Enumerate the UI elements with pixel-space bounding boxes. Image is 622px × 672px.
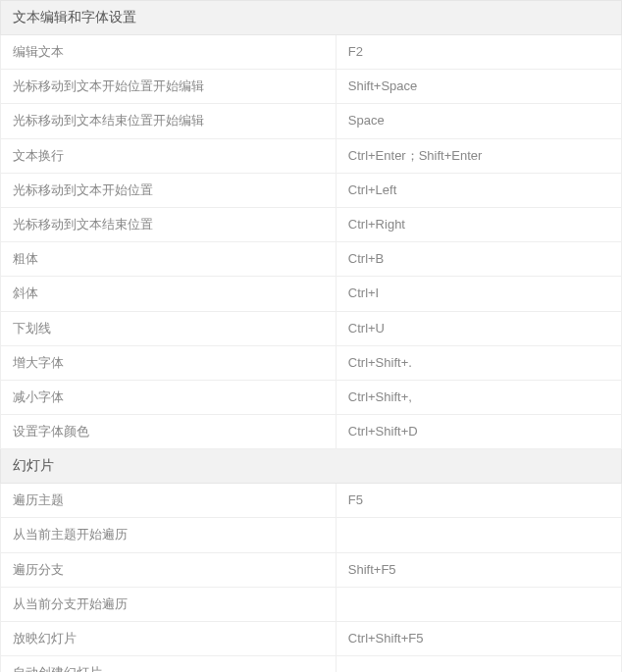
table-row: 从当前主题开始遍历 xyxy=(1,518,622,552)
action-cell: 粗体 xyxy=(1,242,337,277)
section-header: 幻灯片 xyxy=(1,449,622,484)
table-row: 光标移动到文本结束位置Ctrl+Right xyxy=(1,207,622,241)
table-row: 斜体Ctrl+I xyxy=(1,277,622,311)
table-row: 光标移动到文本结束位置开始编辑Space xyxy=(1,104,622,138)
table-row: 放映幻灯片Ctrl+Shift+F5 xyxy=(1,622,622,656)
shortcut-cell: Ctrl+I xyxy=(336,277,621,311)
table-row: 遍历分支Shift+F5 xyxy=(1,552,622,587)
action-cell: 从当前主题开始遍历 xyxy=(1,518,337,552)
shortcut-cell: Shift+Space xyxy=(336,70,621,104)
shortcut-cell: F5 xyxy=(336,484,621,518)
shortcut-cell: Ctrl+Right xyxy=(336,207,621,241)
table-row: 自动创建幻灯片 xyxy=(1,656,622,672)
action-cell: 从当前分支开始遍历 xyxy=(1,587,337,621)
table-row: 减小字体Ctrl+Shift+, xyxy=(1,380,622,414)
action-cell: 减小字体 xyxy=(1,380,337,414)
action-cell: 遍历分支 xyxy=(1,552,337,587)
shortcut-cell: Space xyxy=(336,104,621,138)
action-cell: 设置字体颜色 xyxy=(1,415,337,449)
shortcut-cell: Ctrl+Enter；Shift+Enter xyxy=(336,138,621,173)
shortcuts-table: 文本编辑和字体设置编辑文本F2光标移动到文本开始位置开始编辑Shift+Spac… xyxy=(0,0,622,672)
shortcut-cell: Ctrl+Shift+F5 xyxy=(336,622,621,656)
section-title: 幻灯片 xyxy=(1,449,622,484)
action-cell: 下划线 xyxy=(1,311,337,345)
table-row: 光标移动到文本开始位置开始编辑Shift+Space xyxy=(1,70,622,104)
table-row: 设置字体颜色Ctrl+Shift+D xyxy=(1,415,622,449)
action-cell: 斜体 xyxy=(1,277,337,311)
action-cell: 编辑文本 xyxy=(1,35,337,70)
shortcut-cell: Ctrl+Shift+. xyxy=(336,345,621,380)
shortcut-cell: Ctrl+Left xyxy=(336,173,621,207)
shortcut-cell xyxy=(336,587,621,621)
action-cell: 放映幻灯片 xyxy=(1,622,337,656)
shortcut-cell: Ctrl+Shift+, xyxy=(336,380,621,414)
table-row: 增大字体Ctrl+Shift+. xyxy=(1,345,622,380)
shortcut-cell: Ctrl+B xyxy=(336,242,621,277)
table-row: 编辑文本F2 xyxy=(1,35,622,70)
section-header: 文本编辑和字体设置 xyxy=(1,1,622,35)
table-row: 文本换行Ctrl+Enter；Shift+Enter xyxy=(1,138,622,173)
action-cell: 遍历主题 xyxy=(1,484,337,518)
action-cell: 增大字体 xyxy=(1,345,337,380)
section-title: 文本编辑和字体设置 xyxy=(1,1,622,35)
action-cell: 光标移动到文本结束位置开始编辑 xyxy=(1,104,337,138)
shortcut-cell: F2 xyxy=(336,35,621,70)
table-row: 下划线Ctrl+U xyxy=(1,311,622,345)
shortcut-cell: Ctrl+U xyxy=(336,311,621,345)
table-row: 粗体Ctrl+B xyxy=(1,242,622,277)
action-cell: 自动创建幻灯片 xyxy=(1,656,337,672)
table-row: 遍历主题F5 xyxy=(1,484,622,518)
shortcut-cell: Shift+F5 xyxy=(336,552,621,587)
action-cell: 光标移动到文本开始位置 xyxy=(1,173,337,207)
shortcut-cell xyxy=(336,656,621,672)
table-row: 从当前分支开始遍历 xyxy=(1,587,622,621)
action-cell: 光标移动到文本开始位置开始编辑 xyxy=(1,70,337,104)
action-cell: 文本换行 xyxy=(1,138,337,173)
shortcut-cell: Ctrl+Shift+D xyxy=(336,415,621,449)
shortcut-cell xyxy=(336,518,621,552)
action-cell: 光标移动到文本结束位置 xyxy=(1,207,337,241)
table-row: 光标移动到文本开始位置Ctrl+Left xyxy=(1,173,622,207)
